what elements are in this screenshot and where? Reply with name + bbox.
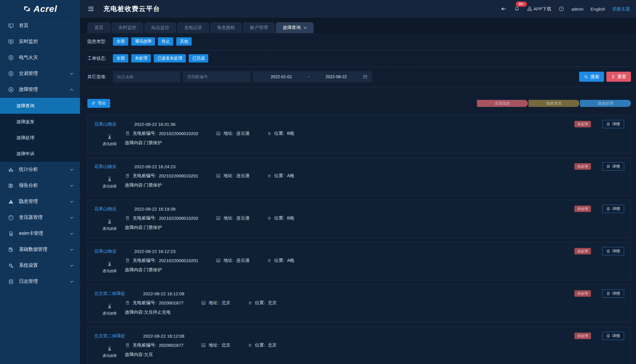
- tab-strip: 首页 实时监控 站点监控 充电记录 角色授权 账户管理 故障查询: [80, 18, 636, 33]
- sidebar-subitem-fault-appeal[interactable]: 故障申诉: [0, 146, 80, 162]
- pile-no-item: 充电桩编号: 2021022000010201: [125, 258, 198, 263]
- detail-button[interactable]: 详情: [602, 162, 624, 171]
- tab-role-auth[interactable]: 角色授权: [210, 22, 242, 33]
- status-option-all[interactable]: 全部: [113, 54, 128, 62]
- alarm-beacon-icon: [106, 259, 113, 267]
- location-pin-icon: [267, 131, 272, 136]
- document-icon: [606, 207, 610, 211]
- detail-button[interactable]: 详情: [602, 289, 624, 298]
- card-header-right: 未处理 详情: [574, 205, 624, 213]
- address-value: 北京: [222, 342, 230, 348]
- sidebar-item-electrical-fire[interactable]: 电气火灾: [0, 50, 80, 66]
- username[interactable]: admin: [571, 7, 584, 12]
- position-item: 位置: 北京: [248, 300, 277, 306]
- pile-no-input[interactable]: [183, 71, 250, 82]
- app-grid-icon: [527, 6, 532, 12]
- fault-content: 故障内容:欠压: [125, 352, 624, 357]
- speaker-mute-icon[interactable]: [500, 6, 507, 12]
- position-label: 位置:: [255, 300, 265, 306]
- position-item: 位置: A枪: [267, 173, 294, 179]
- tab-charge-records[interactable]: 充电记录: [177, 22, 209, 33]
- site-link[interactable]: 花果山物业: [94, 121, 116, 127]
- sidebar-item-log-mgmt[interactable]: 日志管理: [0, 274, 80, 290]
- status-option-unhandled[interactable]: 未处理: [131, 54, 151, 62]
- tab-realtime-monitor[interactable]: 实时监控: [111, 22, 143, 33]
- sidebar-subitem-fault-query[interactable]: 故障查询: [0, 98, 80, 114]
- card-header: 花果山物业 2022-08-22 16:24:23 未处理 详情: [94, 162, 624, 171]
- sidebar-item-transaction-mgmt[interactable]: 交易管理: [0, 66, 80, 82]
- tab-account-mgmt[interactable]: 账户管理: [243, 22, 275, 33]
- reset-button[interactable]: 重置: [606, 72, 631, 82]
- hazard-type-option-comm-fault[interactable]: 通讯故障: [131, 37, 155, 46]
- sidebar-item-base-data-mgmt[interactable]: 基础数据管理: [0, 242, 80, 258]
- status-option-dispatched-unhandled[interactable]: 已派发未处理: [154, 54, 186, 62]
- sidebar-item-transformer-mgmt[interactable]: 变压器管理: [0, 210, 80, 226]
- language-switch[interactable]: English: [591, 7, 605, 12]
- tab-fault-query[interactable]: 故障查询: [276, 22, 314, 33]
- card-body: 通讯故障 充电桩编号: 2021022000010201: [94, 258, 624, 274]
- date-range-picker[interactable]: 2022-01-01 ~ 2022-08-22: [253, 71, 372, 82]
- record-info-line: 充电桩编号: 2021022000010201 地址: 连云港: [125, 173, 624, 179]
- document-icon: [606, 334, 610, 338]
- chevron-down-icon: [70, 264, 73, 267]
- hazard-type-option-stop[interactable]: 停止: [158, 37, 173, 46]
- tab-site-monitor[interactable]: 站点监控: [144, 22, 176, 33]
- sidebar-item-fault-mgmt[interactable]: 故障管理: [0, 82, 80, 98]
- record-info: 充电桩编号: 2021022000010201 地址: 连云港: [125, 173, 624, 189]
- search-button-label: 搜索: [590, 74, 599, 80]
- fault-content: 故障内容:门禁保护: [125, 182, 624, 188]
- position-value: A枪: [287, 258, 294, 263]
- status-option-completed[interactable]: 已完成: [189, 54, 208, 62]
- fault-type-label: 通讯故障: [102, 353, 117, 358]
- photo-map-icon: [216, 258, 221, 263]
- sidebar-subitem-fault-dispatch[interactable]: 故障派发: [0, 114, 80, 130]
- site-link[interactable]: 北京第二保障处: [94, 333, 125, 339]
- search-button[interactable]: 搜索: [579, 72, 604, 82]
- card-body: 通讯故障 充电桩编号: 2021022000010202: [94, 131, 624, 147]
- status-badge: 未处理: [574, 333, 591, 339]
- record-info-line: 充电桩编号: 2020001877 地址: 北京: [125, 342, 624, 348]
- sidebar-item-system-settings[interactable]: 系统设置: [0, 258, 80, 274]
- document-icon: [606, 249, 610, 253]
- sidebar-item-label: 故障管理: [19, 86, 70, 93]
- sidebar-menu: 首页 实时监控 电气火灾 交易管理 故障管理 故障: [0, 18, 80, 290]
- notification-badge: 99+: [516, 1, 527, 7]
- record-info-line: 充电桩编号: 2020001877 地址: 北京: [125, 300, 624, 306]
- site-link[interactable]: 北京第二保障处: [94, 291, 125, 296]
- detail-button[interactable]: 详情: [602, 332, 624, 340]
- site-name-input[interactable]: [113, 71, 180, 82]
- site-link[interactable]: 花果山物业: [94, 164, 116, 169]
- hazard-type-option-other[interactable]: 其他: [176, 37, 192, 46]
- theme-switch-link[interactable]: 切换主题: [612, 6, 630, 12]
- sidebar-item-esim-card-mgmt[interactable]: esim卡管理: [0, 226, 80, 242]
- detail-button[interactable]: 详情: [602, 205, 624, 213]
- bell-icon[interactable]: 99+: [514, 6, 520, 12]
- export-button[interactable]: 导出: [87, 99, 110, 108]
- fault-type: 通讯故障: [94, 300, 125, 316]
- chevron-down-icon: [70, 248, 73, 251]
- address-item: 地址: 连云港: [216, 215, 250, 221]
- sidebar-item-hazard-mgmt[interactable]: 隐患管理: [0, 194, 80, 210]
- close-icon[interactable]: [304, 26, 307, 29]
- detail-button[interactable]: 详情: [602, 247, 624, 255]
- menu-collapse-icon[interactable]: [87, 5, 94, 12]
- status-badge: 未处理: [574, 248, 591, 254]
- fault-type: 通讯故障: [94, 173, 125, 189]
- app-download-button[interactable]: APP下载: [527, 6, 551, 12]
- help-icon[interactable]: ?: [558, 6, 564, 12]
- sidebar-item-label: 变压器管理: [19, 214, 70, 221]
- fault-record-card: 花果山物业 2022-08-22 16:24:23 未处理 详情: [87, 157, 631, 196]
- sidebar-item-realtime-monitor[interactable]: 实时监控: [0, 34, 80, 50]
- sidebar-item-home[interactable]: 首页: [0, 18, 80, 34]
- site-link[interactable]: 花果山物业: [94, 206, 116, 212]
- site-link[interactable]: 花果山物业: [94, 248, 116, 254]
- hazard-type-label: 隐患类型:: [87, 39, 106, 44]
- sidebar-subitem-fault-handle[interactable]: 故障处理: [0, 130, 80, 146]
- sidebar-item-report-analysis[interactable]: 报告分析: [0, 178, 80, 194]
- hazard-type-option-all[interactable]: 全部: [113, 37, 128, 46]
- tab-home[interactable]: 首页: [87, 22, 110, 33]
- detail-button[interactable]: 详情: [602, 120, 624, 128]
- sidebar-item-stats-analysis[interactable]: 统计分析: [0, 162, 80, 178]
- fault-record-card: 花果山物业 2022-08-22 16:19:39 未处理 详情: [87, 200, 631, 238]
- fault-type: 通讯故障: [94, 342, 125, 358]
